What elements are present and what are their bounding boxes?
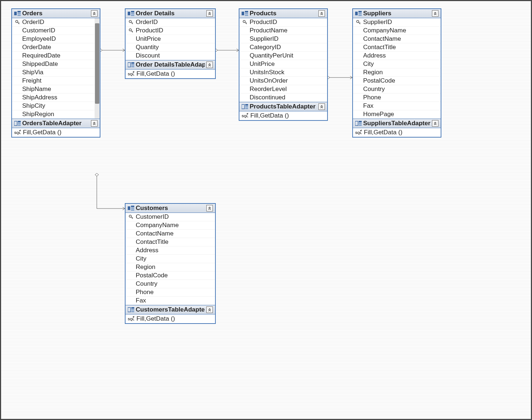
column-row[interactable]: Fax xyxy=(126,297,215,305)
svg-rect-34 xyxy=(245,15,248,16)
collapse-up-icon[interactable] xyxy=(432,10,438,17)
collapse-up-icon[interactable] xyxy=(91,120,98,127)
collapse-up-icon[interactable] xyxy=(206,62,213,68)
column-row[interactable]: UnitsInStock xyxy=(239,68,327,77)
column-row[interactable]: ContactTitle xyxy=(126,238,215,246)
column-row[interactable]: Address xyxy=(126,246,215,255)
column-row[interactable]: CustomerID xyxy=(126,213,215,221)
column-row[interactable]: RequiredDate xyxy=(12,52,100,60)
column-row[interactable]: Phone xyxy=(126,288,215,297)
collapse-up-icon[interactable] xyxy=(91,10,98,17)
table-orders[interactable]: OrdersOrderIDCustomerIDEmployeeIDOrderDa… xyxy=(11,8,100,138)
column-row[interactable]: OrderID xyxy=(126,18,215,27)
collapse-up-icon[interactable] xyxy=(206,306,213,313)
column-row[interactable]: SupplierID xyxy=(353,18,441,27)
column-row[interactable]: ShippedDate xyxy=(12,60,100,68)
column-row[interactable]: ContactTitle xyxy=(353,43,441,52)
adapter-header[interactable]: CustomersTableAdapter xyxy=(126,305,215,314)
adapter-header[interactable]: Order DetailsTableAdapter xyxy=(126,60,215,70)
primary-key-icon xyxy=(242,20,248,25)
scrollbar-thumb[interactable] xyxy=(95,23,99,104)
column-row[interactable]: Address xyxy=(353,52,441,60)
table-products[interactable]: ProductsProductIDProductNameSupplierIDCa… xyxy=(239,8,328,121)
adapter-header[interactable]: OrdersTableAdapter xyxy=(12,119,100,128)
adapter-icon xyxy=(355,121,362,126)
column-row[interactable]: CompanyName xyxy=(353,27,441,35)
adapter-header[interactable]: SuppliersTableAdapter xyxy=(353,119,441,128)
adapter-header[interactable]: ProductsTableAdapter xyxy=(239,102,327,111)
column-row[interactable]: ContactName xyxy=(126,230,215,238)
column-row[interactable]: CompanyName xyxy=(126,221,215,230)
column-row[interactable]: Freight xyxy=(12,77,100,85)
column-row[interactable]: ProductID xyxy=(126,27,215,35)
table-title: Orders xyxy=(22,10,90,17)
adapter-method-row[interactable]: SQLFill,GetData () xyxy=(239,111,327,120)
column-row[interactable]: OrderID xyxy=(12,18,100,27)
svg-rect-40 xyxy=(245,106,248,107)
column-row[interactable]: UnitPrice xyxy=(239,60,327,68)
connector-orderdetails-to-products[interactable] xyxy=(214,49,239,52)
column-row[interactable]: HomePage xyxy=(353,110,441,119)
dataset-designer-canvas[interactable]: OrdersOrderIDCustomerIDEmployeeIDOrderDa… xyxy=(0,0,532,420)
column-name: SupplierID xyxy=(363,19,392,26)
adapter-method-row[interactable]: SQLFill,GetData () xyxy=(12,128,100,137)
table-suppliers[interactable]: SuppliersSupplierIDCompanyNameContactNam… xyxy=(352,8,441,138)
column-row[interactable]: Phone xyxy=(353,94,441,102)
adapter-title: Order DetailsTableAdapter xyxy=(136,61,205,68)
column-row[interactable]: ShipName xyxy=(12,85,100,94)
svg-line-61 xyxy=(132,217,133,218)
column-row[interactable]: CategoryID xyxy=(239,43,327,52)
table-header[interactable]: Orders xyxy=(12,9,100,18)
connector-orders-to-customers[interactable] xyxy=(95,173,125,210)
column-row[interactable]: Discount xyxy=(126,52,215,60)
adapter-method-row[interactable]: SQLFill,GetData () xyxy=(126,70,215,78)
column-row[interactable]: Fax xyxy=(353,102,441,110)
column-row[interactable]: ShipRegion xyxy=(12,110,100,119)
table-header[interactable]: Customers xyxy=(126,204,215,213)
table-icon xyxy=(128,206,134,211)
column-row[interactable]: SupplierID xyxy=(239,35,327,43)
column-row[interactable]: Region xyxy=(353,68,441,77)
column-row[interactable]: ReorderLevel xyxy=(239,85,327,94)
adapter-method-row[interactable]: SQLFill,GetData () xyxy=(126,314,215,323)
collapse-up-icon[interactable] xyxy=(206,10,213,17)
column-row[interactable]: UnitPrice xyxy=(126,35,215,43)
collapse-up-icon[interactable] xyxy=(206,205,213,211)
svg-rect-28 xyxy=(131,64,134,66)
column-name: ProductID xyxy=(136,27,163,34)
column-row[interactable]: Region xyxy=(126,263,215,272)
column-row[interactable]: QuantityPerUnit xyxy=(239,52,327,60)
svg-rect-39 xyxy=(245,104,248,106)
scrollbar[interactable] xyxy=(95,18,100,119)
column-row[interactable]: City xyxy=(353,60,441,68)
column-row[interactable]: City xyxy=(126,255,215,263)
column-row[interactable]: ShipCity xyxy=(12,102,100,110)
column-row[interactable]: UnitsOnOrder xyxy=(239,77,327,85)
adapter-method-row[interactable]: SQLFill,GetData () xyxy=(353,128,441,137)
column-row[interactable]: Country xyxy=(126,280,215,288)
column-row[interactable]: Country xyxy=(353,85,441,94)
collapse-up-icon[interactable] xyxy=(318,10,325,17)
column-row[interactable]: PostalCode xyxy=(353,77,441,85)
collapse-up-icon[interactable] xyxy=(432,120,438,127)
column-row[interactable]: ShipAddress xyxy=(12,94,100,102)
column-row[interactable]: ProductID xyxy=(239,18,327,27)
table-header[interactable]: Order Details xyxy=(126,9,215,18)
table-customers[interactable]: CustomersCustomerIDCompanyNameContactNam… xyxy=(125,203,216,324)
column-row[interactable]: CustomerID xyxy=(12,27,100,35)
table-header[interactable]: Products xyxy=(239,9,327,18)
connector-products-to-suppliers[interactable] xyxy=(326,76,352,79)
column-row[interactable]: Quantity xyxy=(126,43,215,52)
column-row[interactable]: EmployeeID xyxy=(12,35,100,43)
column-row[interactable]: ProductName xyxy=(239,27,327,35)
column-row[interactable]: Discontinued xyxy=(239,94,327,102)
column-row[interactable]: ShipVia xyxy=(12,68,100,77)
collapse-up-icon[interactable] xyxy=(318,103,325,110)
connector-orders-to-orderdetails[interactable] xyxy=(99,49,125,52)
table-order-details[interactable]: Order DetailsOrderIDProductIDUnitPriceQu… xyxy=(125,8,216,79)
table-header[interactable]: Suppliers xyxy=(353,9,441,18)
column-row[interactable]: OrderDate xyxy=(12,43,100,52)
column-row[interactable]: ContactName xyxy=(353,35,441,43)
adapter-icon xyxy=(14,121,21,126)
column-row[interactable]: PostalCode xyxy=(126,272,215,280)
